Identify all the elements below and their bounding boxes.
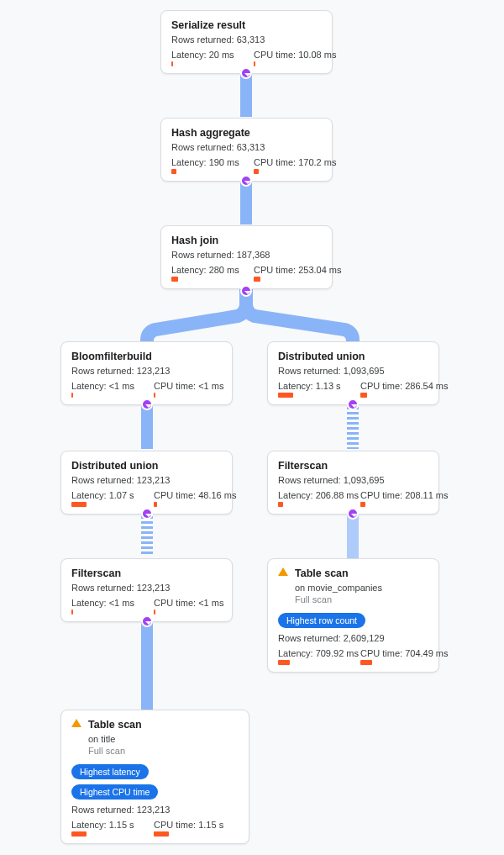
latency-label: Latency: 190 ms <box>171 157 239 167</box>
latency-label: Latency: 709.92 ms <box>278 648 345 658</box>
cpu-bar <box>154 393 155 398</box>
cpu-bar <box>154 610 155 615</box>
cpu-label: CPU time: 1.15 s <box>154 820 223 830</box>
chevron-down-icon[interactable] <box>240 67 252 79</box>
latency-bar <box>71 831 87 837</box>
latency-bar <box>71 610 73 615</box>
node-title: Hash join <box>171 235 322 246</box>
node-title: Distributed union <box>71 460 222 472</box>
latency-bar <box>278 502 283 507</box>
node-title: Hash aggregate <box>171 127 322 139</box>
node-title: Table scan <box>295 567 428 579</box>
node-title: Filterscan <box>278 460 428 472</box>
node-title: Table scan <box>88 719 239 731</box>
table-name: on movie_companies <box>295 583 428 593</box>
cpu-label: CPU time: 170.2 ms <box>254 157 322 167</box>
cpu-bar <box>254 277 260 282</box>
rows-returned: Rows returned: 123,213 <box>71 475 222 485</box>
rows-returned: Rows returned: 1,093,695 <box>278 366 428 376</box>
cpu-bar <box>154 831 169 837</box>
cpu-label: CPU time: 704.49 ms <box>360 648 428 658</box>
latency-label: Latency: 20 ms <box>171 50 239 60</box>
chevron-down-icon[interactable] <box>141 508 153 520</box>
node-filterscan-left[interactable]: Filterscan Rows returned: 123,213 Latenc… <box>60 558 233 622</box>
badge-highest-row-count: Highest row count <box>278 613 365 628</box>
latency-bar <box>278 393 293 398</box>
latency-label: Latency: 1.07 s <box>71 490 139 500</box>
cpu-label: CPU time: 48.16 ms <box>154 490 222 500</box>
latency-label: Latency: <1 ms <box>71 598 139 608</box>
badge-highest-cpu-time: Highest CPU time <box>71 784 158 800</box>
query-plan-canvas: Serialize result Rows returned: 63,313 L… <box>0 0 504 855</box>
warning-icon <box>278 567 288 576</box>
cpu-label: CPU time: 208.11 ms <box>360 490 428 500</box>
chevron-down-icon[interactable] <box>347 508 359 520</box>
node-bloomfilterbuild[interactable]: Bloomfilterbuild Rows returned: 123,213 … <box>60 341 233 405</box>
latency-bar <box>171 277 178 282</box>
node-hash-aggregate[interactable]: Hash aggregate Rows returned: 63,313 Lat… <box>160 118 333 182</box>
cpu-label: CPU time: <1 ms <box>154 598 222 608</box>
node-title: Bloomfilterbuild <box>71 351 222 362</box>
latency-label: Latency: <1 ms <box>71 381 139 391</box>
rows-returned: Rows returned: 187,368 <box>171 250 322 260</box>
node-hash-join[interactable]: Hash join Rows returned: 187,368 Latency… <box>160 225 333 289</box>
chevron-down-icon[interactable] <box>141 615 153 627</box>
cpu-bar <box>254 169 259 174</box>
cpu-label: CPU time: 253.04 ms <box>254 265 322 275</box>
node-distributed-union-left[interactable]: Distributed union Rows returned: 123,213… <box>60 451 233 515</box>
rows-returned: Rows returned: 63,313 <box>171 142 322 152</box>
node-title: Distributed union <box>278 351 428 362</box>
latency-bar <box>171 61 173 66</box>
node-table-scan-left[interactable]: Table scan on title Full scan Highest la… <box>60 710 249 844</box>
cpu-bar <box>154 502 157 507</box>
chevron-down-icon[interactable] <box>141 398 153 410</box>
warning-icon <box>71 719 81 727</box>
node-table-scan-right[interactable]: Table scan on movie_companies Full scan … <box>267 558 439 673</box>
latency-label: Latency: 280 ms <box>171 265 239 275</box>
rows-returned: Rows returned: 123,213 <box>71 805 239 815</box>
cpu-label: CPU time: 286.54 ms <box>360 381 428 391</box>
node-filterscan-right[interactable]: Filterscan Rows returned: 1,093,695 Late… <box>267 451 439 515</box>
node-title: Filterscan <box>71 567 222 579</box>
scan-type: Full scan <box>295 594 428 604</box>
node-title: Serialize result <box>171 19 322 31</box>
node-serialize-result[interactable]: Serialize result Rows returned: 63,313 L… <box>160 10 333 74</box>
latency-label: Latency: 206.88 ms <box>278 490 345 500</box>
table-name: on title <box>88 734 239 744</box>
cpu-label: CPU time: <1 ms <box>154 381 222 391</box>
cpu-bar <box>254 61 255 66</box>
chevron-down-icon[interactable] <box>347 398 359 410</box>
chevron-down-icon[interactable] <box>240 285 252 297</box>
scan-type: Full scan <box>88 746 239 756</box>
rows-returned: Rows returned: 123,213 <box>71 583 222 593</box>
node-distributed-union-right[interactable]: Distributed union Rows returned: 1,093,6… <box>267 341 439 405</box>
svg-rect-3 <box>141 622 153 710</box>
latency-bar <box>71 393 73 398</box>
rows-returned: Rows returned: 1,093,695 <box>278 475 428 485</box>
chevron-down-icon[interactable] <box>240 175 252 187</box>
latency-bar <box>71 502 87 507</box>
latency-label: Latency: 1.13 s <box>278 381 345 391</box>
latency-bar <box>171 169 176 174</box>
badge-highest-latency: Highest latency <box>71 764 149 779</box>
cpu-bar <box>360 393 367 398</box>
cpu-bar <box>360 502 365 507</box>
latency-label: Latency: 1.15 s <box>71 820 139 830</box>
latency-bar <box>278 660 290 665</box>
rows-returned: Rows returned: 63,313 <box>171 34 322 45</box>
rows-returned: Rows returned: 123,213 <box>71 366 222 376</box>
rows-returned: Rows returned: 2,609,129 <box>278 633 428 643</box>
cpu-bar <box>360 660 372 665</box>
cpu-label: CPU time: 10.08 ms <box>254 50 322 60</box>
